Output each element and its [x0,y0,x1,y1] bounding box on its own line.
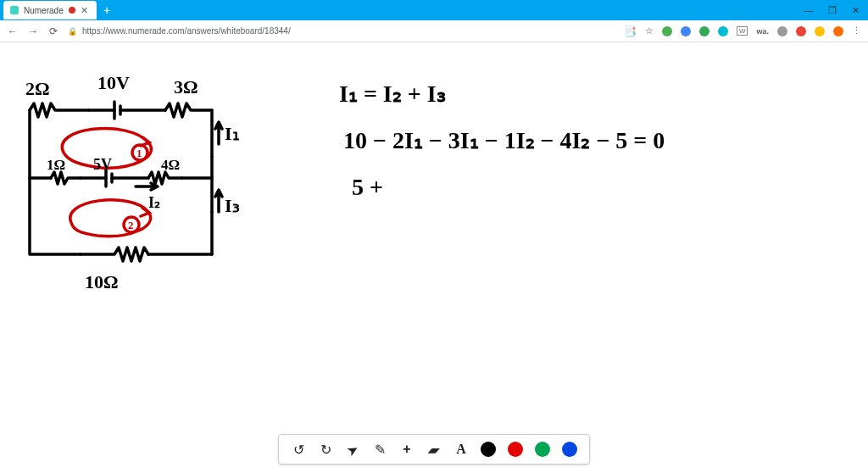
equation-2: 10 − 2I₁ − 3I₁ − 1I₂ − 4I₂ − 5 = 0 [343,127,665,153]
label-r1: 2Ω [25,78,50,99]
equation-3: 5 + [352,174,383,200]
window-controls: — ❐ ✕ [804,5,868,16]
reload-button[interactable]: ⟳ [47,25,59,37]
equation-1: I₁ = I₂ + I₃ [339,81,446,107]
label-i1: I₁ [225,123,240,144]
add-tool[interactable]: + [399,442,415,457]
new-tab-button[interactable]: + [98,3,115,17]
drawing-svg: 2Ω 10V 3Ω 1Ω 5V 4Ω I₁ I₂ I₃ 10Ω 1 2 I₁ =… [0,42,868,431]
back-button[interactable]: ← [7,25,19,37]
tab-strip: Numerade ✕ + [3,0,115,20]
url-field[interactable]: 🔒 https://www.numerade.com/answers/white… [68,26,615,36]
address-bar: ← → ⟳ 🔒 https://www.numerade.com/answers… [0,20,868,42]
extension-icon[interactable] [718,26,728,36]
whiteboard-canvas[interactable]: 2Ω 10V 3Ω 1Ω 5V 4Ω I₁ I₂ I₃ 10Ω 1 2 I₁ =… [0,42,868,431]
label-i2: I₂ [148,194,160,211]
favicon [10,6,19,14]
extension-icon[interactable] [815,26,825,36]
extension-area: 📑 ☆ W wa. ⋮ [624,25,861,37]
tab-title: Numerade [24,6,64,15]
recording-indicator-icon [69,7,75,14]
pen-tool[interactable]: ✎ [372,442,387,458]
extension-icon[interactable]: wa. [756,27,769,36]
svg-text:2: 2 [128,219,134,231]
avatar[interactable] [833,26,843,36]
extension-icon[interactable]: W [737,26,748,36]
minimize-button[interactable]: — [804,5,813,15]
label-v2: 5V [93,156,112,173]
svg-text:1: 1 [136,147,142,159]
label-i3: I₃ [225,195,240,216]
eraser-tool[interactable]: ▰ [424,442,445,458]
close-tab-icon[interactable]: ✕ [81,5,88,16]
extension-icon[interactable] [796,26,806,36]
star-icon[interactable]: ☆ [645,25,654,36]
label-r5: 10Ω [85,271,119,292]
color-black[interactable] [481,442,496,457]
extension-icon[interactable] [662,26,672,36]
lock-icon: 🔒 [68,27,77,36]
whiteboard-toolbar: ↺ ↻ ➤ ✎ + ▰ A [278,434,590,465]
window-titlebar: Numerade ✕ + — ❐ ✕ [0,0,868,20]
url-text: https://www.numerade.com/answers/whitebo… [82,26,291,36]
label-r4: 4Ω [161,157,180,173]
browser-tab[interactable]: Numerade ✕ [3,1,97,19]
menu-icon[interactable]: ⋮ [852,25,861,36]
label-r3: 1Ω [47,157,65,173]
forward-button[interactable]: → [27,25,39,37]
maximize-button[interactable]: ❐ [828,5,837,16]
undo-button[interactable]: ↺ [291,442,306,458]
color-green[interactable] [535,442,550,457]
bookmark-icon[interactable]: 📑 [624,25,637,37]
pointer-tool[interactable]: ➤ [342,438,363,459]
close-window-button[interactable]: ✕ [852,5,860,16]
label-r2: 3Ω [174,76,198,97]
color-red[interactable] [508,442,523,457]
label-v1: 10V [97,72,130,93]
extension-icon[interactable] [699,26,709,36]
text-tool[interactable]: A [453,442,469,457]
color-blue[interactable] [562,442,577,457]
extension-icon[interactable] [681,26,691,36]
extension-icon[interactable] [777,26,787,36]
redo-button[interactable]: ↻ [318,442,333,458]
